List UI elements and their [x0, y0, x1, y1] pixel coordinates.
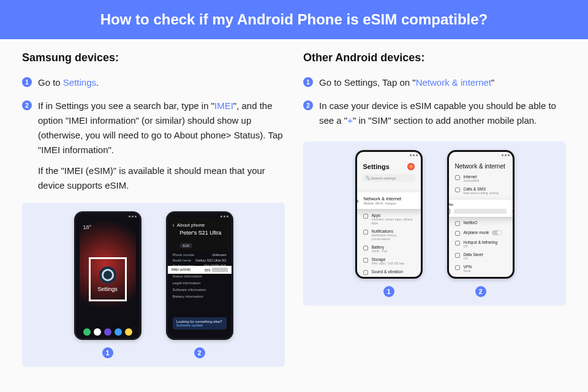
settings-app-highlight: Settings — [89, 257, 127, 301]
app-dock — [76, 328, 140, 336]
ni-top-list: InternetAndroidWifiCalls & SMSData about… — [449, 175, 513, 195]
device-name: Peter's S21 Ultra — [173, 228, 227, 238]
sim-icon — [447, 209, 450, 214]
samsung-heading: Samsung devices: — [22, 51, 285, 64]
samsung-screenshots: 18° Settings 1 About phone Peter's S21 U… — [22, 203, 285, 367]
edit-button: Edit — [180, 243, 192, 248]
step-number-badge: 1 — [303, 77, 313, 87]
step-text: Go to Settings. — [38, 75, 99, 90]
page-header: How to check if my Android Phone is eSIM… — [0, 0, 588, 39]
samsung-step-2: 2 If in Settings you see a search bar, t… — [22, 99, 285, 193]
about-phone-title: About phone — [173, 222, 227, 228]
settings-label: Settings — [97, 286, 118, 292]
phone-mock: Network & internet InternetAndroidWifiCa… — [447, 150, 514, 279]
screenshot-number-badge: 1 — [102, 347, 113, 358]
settings-title: Settings — [363, 163, 390, 170]
redacted-value — [212, 268, 228, 272]
settings-list: AppsAssistant, recent apps, default apps… — [363, 213, 415, 275]
avatar-icon — [407, 163, 415, 170]
imei-label: IMEI (eSIM) — [172, 268, 191, 272]
step-number-badge: 2 — [22, 100, 32, 110]
imei-link[interactable]: IMEI — [214, 100, 233, 111]
network-internet-popup: ◈ Network & internet Mobile, Wi-Fi, hots… — [355, 192, 423, 209]
imei-esim-highlight: IMEI (eSIM) 355 — [166, 266, 233, 274]
settings-link[interactable]: Settings — [63, 77, 96, 88]
add-sim-plus-icon: + — [510, 208, 514, 214]
android-step-1: 1 Go to Settings, Tap on "Network & inte… — [303, 75, 566, 90]
phone-mock: Settings 🔍 Search settings ◈ Network & i… — [355, 150, 423, 279]
samsung-shot-2: About phone Peter's S21 Ultra Edit Phone… — [166, 211, 233, 358]
ni-bottom-list: NetflixOAirplane modeHotspot & tethering… — [449, 221, 513, 279]
phone-mock: About phone Peter's S21 Ultra Edit Phone… — [166, 211, 233, 340]
step-number-badge: 1 — [22, 77, 32, 87]
sims-popup: SIMs + — [447, 200, 514, 217]
step-number-badge: 2 — [303, 100, 313, 110]
step-text: Go to Settings, Tap on "Network & intern… — [319, 75, 494, 90]
android-column: Other Android devices: 1 Go to Settings,… — [303, 51, 566, 367]
android-step-2: 2 In case your device is eSIM capable yo… — [303, 99, 566, 128]
android-shot-2: Network & internet InternetAndroidWifiCa… — [447, 150, 514, 297]
android-heading: Other Android devices: — [303, 51, 566, 64]
airplane-toggle — [492, 230, 502, 235]
content-columns: Samsung devices: 1 Go to Settings. 2 If … — [0, 39, 588, 367]
network-internet-link[interactable]: Network & internet — [416, 77, 491, 88]
search-settings-field: 🔍 Search settings — [362, 174, 416, 182]
screenshot-number-badge: 2 — [194, 347, 205, 358]
page-title: How to check if my Android Phone is eSIM… — [100, 11, 488, 28]
step-text: If in Settings you see a search bar, typ… — [38, 99, 285, 193]
looking-for-card: Looking for something else? Software upd… — [173, 317, 227, 330]
wifi-icon: ◈ — [355, 198, 359, 204]
step-text: In case your device is eSIM capable you … — [319, 99, 566, 128]
samsung-shot-1: 18° Settings 1 — [74, 211, 141, 358]
weather-widget: 18° — [83, 224, 92, 230]
samsung-step-1: 1 Go to Settings. — [22, 75, 285, 90]
screenshot-number-badge: 1 — [383, 286, 394, 297]
redacted-value — [454, 209, 507, 214]
network-internet-title: Network & internet — [449, 157, 513, 175]
android-shot-1: Settings 🔍 Search settings ◈ Network & i… — [355, 150, 423, 297]
plus-link[interactable]: + — [347, 115, 353, 126]
gear-icon — [99, 266, 116, 284]
android-screenshots: Settings 🔍 Search settings ◈ Network & i… — [303, 141, 566, 306]
step-extra-text: If the "IMEI (eSIM)" is available it sho… — [38, 164, 285, 193]
samsung-column: Samsung devices: 1 Go to Settings. 2 If … — [22, 51, 285, 367]
phone-mock: 18° Settings — [74, 211, 141, 340]
info-sections: Status informationLegal informationSoftw… — [173, 274, 227, 298]
screenshot-number-badge: 2 — [475, 286, 486, 297]
